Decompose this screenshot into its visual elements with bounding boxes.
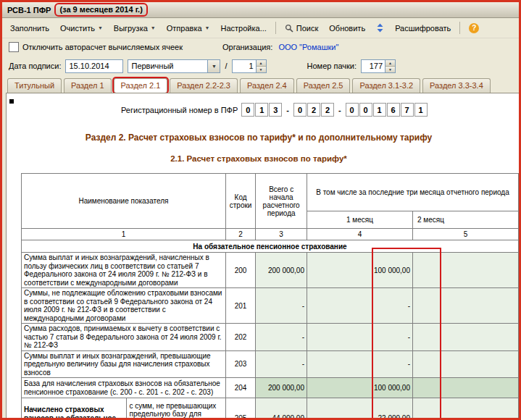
chevron-down-icon: ▼ xyxy=(151,25,156,30)
row-name-cell: База для начисления страховых взносов на… xyxy=(22,378,226,398)
table-row-203: Суммы выплат и иных вознаграждений, прев… xyxy=(22,350,519,378)
search-icon xyxy=(285,24,293,33)
header-month-1: 1 месяц xyxy=(307,211,412,229)
row-total-cell[interactable]: - xyxy=(256,288,307,324)
header-name: Наименование показателя xyxy=(22,174,226,229)
row-m1-cell[interactable]: 100 000,00 xyxy=(307,378,412,398)
row-total-cell[interactable]: - xyxy=(256,324,307,351)
pack-number-stepper[interactable]: 177 ▲ ▼ xyxy=(361,59,396,73)
regnum-digit-cell[interactable]: 0 xyxy=(359,103,372,117)
section-tabs: Титульный Раздел 1 Раздел 2.1 Раздел 2.2… xyxy=(2,76,519,93)
regnum-digit-cell[interactable]: 2 xyxy=(321,103,334,117)
row-m1-cell[interactable]: 22 000,00 xyxy=(307,398,412,419)
pack-number-input[interactable]: 177 xyxy=(361,59,385,73)
col-num: 5 xyxy=(412,229,518,240)
row-total-cell[interactable]: 44 000,00 xyxy=(256,398,307,419)
decrypt-button-label: Расшифровать xyxy=(395,24,451,33)
settings-button[interactable]: Настройка... xyxy=(216,21,272,35)
row-m2-cell[interactable] xyxy=(412,253,518,288)
fill-button[interactable]: Заполнить xyxy=(5,21,54,35)
export-button[interactable]: Выгрузка ▼ xyxy=(109,21,161,35)
sign-date-input[interactable]: 15.10.2014 xyxy=(65,59,123,73)
row-group-name-cell: Начислено страховых взносов на обязатель… xyxy=(22,398,127,419)
clear-button-label: Очистить xyxy=(60,24,95,33)
revision-spinner: ▲ ▼ xyxy=(256,59,267,73)
options-row: Отключить авторасчет вычисляемых ячеек О… xyxy=(2,38,519,56)
correction-type-select[interactable]: Первичный ▼ xyxy=(128,59,220,73)
regnum-digit-cell[interactable]: 2 xyxy=(307,103,320,117)
registration-number-label: Регистрационный номер в ПФР xyxy=(121,106,238,114)
tab-razdel-3-3-3-4[interactable]: Раздел 3.3-3.4 xyxy=(422,78,491,93)
tab-razdel-3-1-3-2[interactable]: Раздел 3.1-3.2 xyxy=(352,78,420,93)
tab-titulnyy[interactable]: Титульный xyxy=(7,78,62,93)
regnum-digit-cell[interactable]: 3 xyxy=(269,103,282,117)
row-name-cell: Суммы, не подлежащие обложению страховым… xyxy=(22,288,226,324)
search-button[interactable]: Поиск xyxy=(280,21,323,35)
row-m2-cell[interactable] xyxy=(412,398,518,419)
autocalc-checkbox-label: Отключить авторасчет вычисляемых ячеек xyxy=(22,43,183,51)
regnum-group-2: 0 2 2 xyxy=(293,103,334,117)
send-button-label: Отправка xyxy=(167,24,202,33)
tab-razdel-2-5[interactable]: Раздел 2.5 xyxy=(296,78,351,93)
regnum-group-3: 0 0 1 6 7 1 xyxy=(346,103,428,117)
settings-button-label: Настройка... xyxy=(221,24,267,33)
spin-up-button[interactable]: ▲ xyxy=(257,60,266,66)
window-title-period-highlight: (за 9 месяцев 2014 г.) xyxy=(54,3,147,17)
sort-arrows-button[interactable] xyxy=(371,20,389,35)
regnum-digit-cell[interactable]: 1 xyxy=(255,103,268,117)
table-row-200: Сумма выплат и иных вознаграждений, начи… xyxy=(22,253,519,288)
row-name-cell: Сумма выплат и иных вознаграждений, начи… xyxy=(22,253,226,288)
send-button[interactable]: Отправка ▼ xyxy=(162,21,215,35)
organization-value[interactable]: ООО "Ромашки" xyxy=(278,43,338,51)
signature-row: Дата подписи: 15.10.2014 Первичный ▼ / 1… xyxy=(2,56,519,76)
decrypt-button[interactable]: Расшифровать xyxy=(390,21,456,35)
row-m2-cell[interactable] xyxy=(412,350,518,378)
regnum-digit-cell[interactable]: 0 xyxy=(346,103,359,117)
spin-up-button[interactable]: ▲ xyxy=(385,60,395,66)
help-button[interactable]: ? xyxy=(464,20,484,36)
organization-label: Организация: xyxy=(222,43,272,51)
clear-button[interactable]: Очистить ▼ xyxy=(55,21,108,35)
help-icon: ? xyxy=(469,23,479,33)
row-total-cell[interactable]: 200 000,00 xyxy=(256,253,307,288)
col-num: 2 xyxy=(225,229,255,240)
search-button-label: Поиск xyxy=(296,24,318,33)
chevron-down-icon[interactable]: ▼ xyxy=(207,60,220,72)
row-m1-cell[interactable]: 100 000,00 xyxy=(307,253,412,288)
table-row-204: База для начисления страховых взносов на… xyxy=(22,378,519,398)
regnum-digit-cell[interactable]: 7 xyxy=(401,103,414,117)
tab-razdel-2-4[interactable]: Раздел 2.4 xyxy=(240,78,294,93)
header-total: Всего с начала расчетного периода xyxy=(256,174,307,229)
autocalc-checkbox[interactable] xyxy=(9,42,19,52)
tab-razdel-2-2-2-3[interactable]: Раздел 2.2-2.3 xyxy=(170,78,238,93)
row-m2-cell[interactable] xyxy=(412,324,518,351)
table-row-201: Суммы, не подлежащие обложению страховым… xyxy=(22,288,519,324)
table-row-205: Начислено страховых взносов на обязатель… xyxy=(22,398,519,419)
row-m2-cell[interactable] xyxy=(412,378,518,398)
spin-down-button[interactable]: ▼ xyxy=(385,66,395,72)
regnum-digit-cell[interactable]: 0 xyxy=(241,103,254,117)
row-total-cell[interactable]: 200 000,00 xyxy=(256,378,307,398)
regnum-digit-cell[interactable]: 1 xyxy=(414,103,428,117)
row-m1-cell[interactable]: - xyxy=(307,350,412,378)
regnum-digit-cell[interactable]: 6 xyxy=(387,103,400,117)
revision-number-input[interactable]: 1 xyxy=(232,59,256,73)
regnum-digit-cell[interactable]: 1 xyxy=(373,103,386,117)
row-m1-cell[interactable]: - xyxy=(307,324,412,351)
form-corner-marker xyxy=(9,99,14,104)
pack-number-label: Номер пачки: xyxy=(307,62,357,70)
revision-number-stepper[interactable]: 1 ▲ ▼ xyxy=(232,59,267,73)
row-m2-cell[interactable] xyxy=(412,288,518,324)
row-code-cell: 205 xyxy=(225,398,255,419)
tab-razdel-2-1[interactable]: Раздел 2.1 xyxy=(114,78,168,93)
tab-razdel-1[interactable]: Раздел 1 xyxy=(64,78,112,93)
row-total-cell[interactable]: - xyxy=(256,350,307,378)
regnum-digit-cell[interactable]: 0 xyxy=(293,103,307,117)
pack-spinner: ▲ ▼ xyxy=(385,59,396,73)
regnum-group-1: 0 1 3 xyxy=(241,103,282,117)
header-including: В том числе за последние три месяца отче… xyxy=(307,174,518,211)
spin-down-button[interactable]: ▼ xyxy=(257,66,266,72)
row-m1-cell[interactable]: - xyxy=(307,288,412,324)
refresh-button[interactable]: Обновить xyxy=(324,21,370,35)
window-title: РСВ-1 ПФР xyxy=(7,6,51,14)
